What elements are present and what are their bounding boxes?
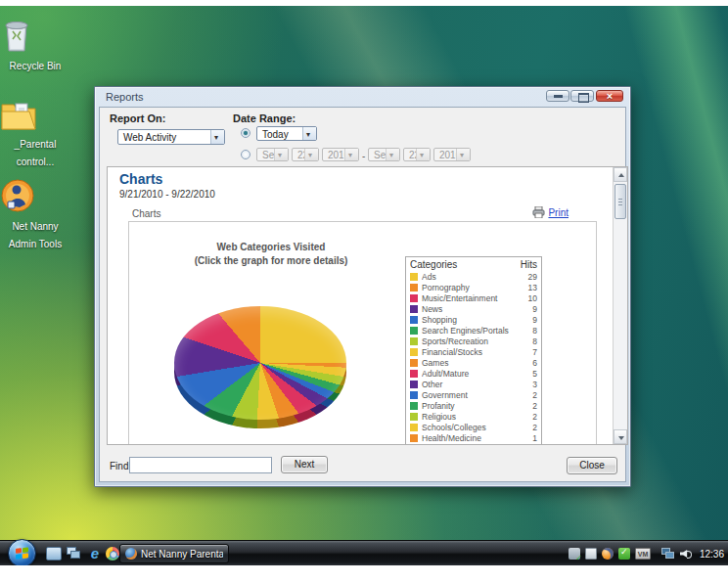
legend-header: Categories Hits xyxy=(406,257,541,271)
desktop-icon-label: Net Nanny Admin Tools xyxy=(9,221,62,249)
from-month-dropdown[interactable]: Sep xyxy=(256,148,289,161)
legend-color-chip xyxy=(410,337,418,345)
net-nanny-taskbar-icon xyxy=(125,548,137,560)
next-button[interactable]: Next xyxy=(281,456,328,473)
legend-category-label: Ads xyxy=(422,272,528,282)
desktop-icon-parental-control-folder[interactable]: _Parental control... xyxy=(0,100,70,169)
legend-color-chip xyxy=(410,284,418,292)
close-window-button[interactable] xyxy=(596,90,623,102)
scroll-up-arrow-icon[interactable] xyxy=(614,167,627,182)
net-nanny-tray-icon[interactable] xyxy=(602,548,614,560)
show-desktop-icon[interactable] xyxy=(46,547,62,561)
legend-hits-value: 8 xyxy=(532,326,537,336)
chart-subtitle: (Click the graph for more details) xyxy=(129,255,413,266)
minimize-button[interactable] xyxy=(546,90,569,102)
desktop-icon-net-nanny-admin-tools[interactable]: Net Nanny Admin Tools xyxy=(0,178,70,251)
desktop-icon-recycle-bin[interactable]: Recycle Bin xyxy=(0,16,70,73)
legend-color-chip xyxy=(410,327,418,335)
document-tray-icon[interactable] xyxy=(585,548,597,560)
report-on-label: Report On: xyxy=(110,112,165,124)
legend-color-chip xyxy=(410,273,418,281)
legend-hits-value: 2 xyxy=(532,390,537,400)
report-on-dropdown[interactable]: Web Activity xyxy=(117,129,225,145)
printer-icon xyxy=(532,206,545,218)
switch-windows-icon[interactable] xyxy=(67,547,82,561)
legend-row-partial xyxy=(406,443,541,445)
legend-color-chip xyxy=(410,305,418,313)
security-check-tray-icon[interactable] xyxy=(618,548,630,560)
chart-area: Web Categories Visited (Click the graph … xyxy=(128,221,597,445)
volume-icon[interactable] xyxy=(680,548,692,560)
legend-hits-value: 29 xyxy=(528,272,537,282)
legend-row: Pornography13 xyxy=(406,282,541,292)
recycle-bin-icon xyxy=(0,16,70,53)
preset-range-radio[interactable] xyxy=(241,128,250,138)
legend-hits-value: 3 xyxy=(532,380,537,389)
legend-color-chip xyxy=(410,370,418,378)
legend-row: Music/Entertainment10 xyxy=(406,292,541,303)
legend-row: Profanity2 xyxy=(406,400,541,411)
start-button[interactable] xyxy=(8,539,36,567)
screenshot-root: Recycle Bin _Parental control... xyxy=(0,0,728,583)
legend-category-label: News xyxy=(422,304,532,314)
print-label: Print xyxy=(548,207,569,218)
legend-category-label: Pornography xyxy=(422,283,528,292)
scrollbar-thumb[interactable] xyxy=(614,184,626,219)
chart-legend: Categories Hits Ads29Pornography13Music/… xyxy=(405,256,542,445)
date-range-label: Date Range: xyxy=(233,112,296,124)
legend-category-label: Religious xyxy=(422,412,532,422)
legend-hits-value: 9 xyxy=(532,304,537,314)
net-nanny-icon xyxy=(0,178,70,213)
pie-chart[interactable] xyxy=(174,306,346,422)
custom-range-radio[interactable] xyxy=(241,150,250,159)
preset-range-dropdown[interactable]: Today xyxy=(256,126,317,141)
legend-row: Sports/Recreation8 xyxy=(406,336,541,346)
legend-hits-value: 9 xyxy=(532,315,537,325)
legend-header-hits: Hits xyxy=(521,259,537,270)
scroll-down-arrow-icon[interactable] xyxy=(614,429,627,444)
window-client-area: Report On: Date Range: Web Activity Toda… xyxy=(99,107,626,482)
legend-hits-value: 6 xyxy=(532,358,537,368)
panel-scrollbar[interactable] xyxy=(613,167,627,444)
legend-hits-value: 7 xyxy=(532,347,537,357)
to-year-dropdown[interactable]: 2010 xyxy=(433,148,471,161)
legend-color-chip xyxy=(410,316,418,324)
update-tray-icon[interactable] xyxy=(569,548,580,560)
to-day-dropdown[interactable]: 22 xyxy=(403,148,431,161)
charts-heading: Charts xyxy=(119,171,162,187)
legend-row: Other3 xyxy=(406,379,541,389)
from-year-dropdown[interactable]: 2010 xyxy=(322,148,359,161)
legend-category-label: Schools/Colleges xyxy=(422,423,532,432)
find-input[interactable] xyxy=(129,457,272,473)
close-button[interactable]: Close xyxy=(567,457,617,474)
folder-icon xyxy=(0,100,70,131)
chevron-down-icon xyxy=(302,127,316,140)
pie-chart-top xyxy=(174,306,346,420)
legend-category-label: Shopping xyxy=(422,315,532,325)
windows-flag-icon xyxy=(16,547,29,560)
maximize-button[interactable] xyxy=(570,90,594,102)
taskbar-button-net-nanny[interactable]: Net Nanny Parental ... xyxy=(119,544,229,563)
chevron-down-icon xyxy=(210,130,224,144)
chrome-icon[interactable] xyxy=(106,547,119,561)
legend-category-label: Music/Entertainment xyxy=(422,293,528,303)
chevron-down-icon xyxy=(386,149,399,160)
desktop-icon-label: Recycle Bin xyxy=(10,61,62,71)
network-icon[interactable] xyxy=(661,548,675,560)
legend-row: Schools/Colleges2 xyxy=(406,422,541,432)
to-month-dropdown[interactable]: Sep xyxy=(368,148,400,161)
legend-color-chip xyxy=(410,434,418,442)
print-link[interactable]: Print xyxy=(532,206,569,218)
desktop-icon-label: _Parental control... xyxy=(15,139,57,167)
system-tray: VM 12:36 xyxy=(569,541,724,566)
legend-rows: Ads29Pornography13Music/Entertainment10N… xyxy=(406,271,541,445)
desktop: Recycle Bin _Parental control... xyxy=(0,6,728,540)
legend-color-chip xyxy=(410,445,418,446)
vm-tray-icon[interactable]: VM xyxy=(635,548,651,560)
from-day-dropdown[interactable]: 22 xyxy=(292,148,319,161)
legend-color-chip xyxy=(410,348,418,356)
clock[interactable]: 12:36 xyxy=(700,549,724,560)
legend-hits-value: 2 xyxy=(532,401,537,411)
internet-explorer-icon[interactable] xyxy=(87,547,103,561)
charts-group-label: Charts xyxy=(132,208,160,219)
